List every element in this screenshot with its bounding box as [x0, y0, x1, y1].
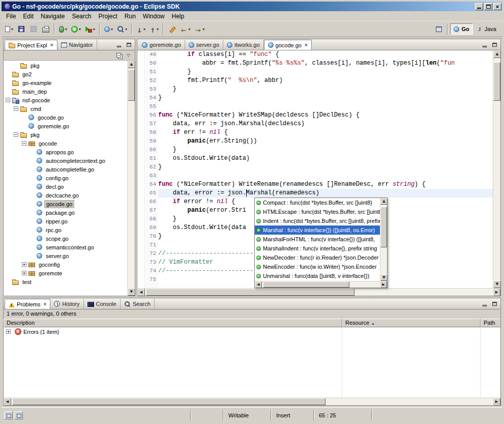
code-line-58[interactable]: if err != nil {	[158, 128, 493, 137]
completion-item[interactable]: MarshalIndent : func(v interface{}, pref…	[255, 244, 380, 253]
perspective-java[interactable]: Java	[473, 23, 500, 35]
tree-expander-icon[interactable]: −	[14, 106, 18, 111]
tab-itworks-go[interactable]: itworks.go	[223, 40, 264, 50]
scroll-left-icon[interactable]: ◀	[255, 281, 262, 288]
maximize-view-button[interactable]	[490, 300, 499, 307]
tree-item-goremote[interactable]: +goremote	[4, 269, 127, 277]
tree-item-pkg[interactable]: −pkg	[4, 130, 127, 139]
code-line-64[interactable]: func (*NiceFormatter) WriteRename(rename…	[158, 180, 493, 189]
view-menu-button[interactable]: ▽	[124, 51, 133, 59]
code-line-61[interactable]: os.Stdout.Write(data)	[158, 154, 493, 163]
completion-item[interactable]: Marshal : func(v interface{}) ([]uint8, …	[255, 225, 380, 235]
scrollbar-track[interactable]	[128, 68, 135, 288]
titlebar[interactable]: Go - nsf-gocode/src/pkg/gocode/gocode.go…	[2, 2, 502, 11]
column-header-resource[interactable]: Resource▲	[342, 319, 481, 327]
scroll-left-icon[interactable]: ◀	[137, 289, 145, 296]
new-go-element-button[interactable]: ▾	[102, 23, 115, 35]
minimize-view-button[interactable]	[114, 41, 123, 48]
close-tab-icon[interactable]: ×	[43, 302, 46, 307]
scroll-up-icon[interactable]: ▲	[128, 61, 135, 68]
scrollbar-track[interactable]	[145, 289, 493, 296]
save-button[interactable]	[15, 23, 27, 35]
code-line-49[interactable]: if classes[i] == "func" {	[158, 50, 493, 59]
completion-item[interactable]: Compact : func(dst *bytes.Buffer, src []…	[255, 198, 380, 207]
tree-expander-icon[interactable]: +	[22, 271, 26, 275]
scrollbar-thumb[interactable]	[380, 207, 387, 247]
problems-row[interactable]: +Errors (1 item)	[4, 327, 500, 336]
fast-view-icon[interactable]	[4, 411, 13, 419]
completion-item[interactable]: MarshalForHTML : func(v interface{}) ([]…	[255, 235, 380, 244]
code-line-63[interactable]	[158, 172, 493, 180]
completion-item[interactable]: HTMLEscape : func(dst *bytes.Buffer, src…	[255, 207, 380, 216]
scrollbar-track[interactable]	[493, 58, 500, 280]
scrollbar-track[interactable]	[262, 281, 380, 288]
completion-item[interactable]: NewEncoder : func(w io.Writer) *json.Enc…	[255, 262, 380, 271]
search-button[interactable]: ▾	[115, 23, 129, 35]
tree-item-ripper-go[interactable]: ripper.go	[4, 217, 127, 225]
completion-item[interactable]: NewDecoder : func(r io.Reader) *json.Dec…	[255, 253, 380, 262]
tree-item-test[interactable]: test	[4, 277, 127, 286]
editor-vertical-scrollbar[interactable]: ▲ ▼	[493, 50, 500, 288]
next-annotation-button[interactable]: ▾	[134, 23, 147, 35]
tree-item-decl-go[interactable]: decl.go	[4, 182, 127, 191]
popup-horizontal-scrollbar[interactable]: ◀ ▶	[255, 281, 387, 288]
menu-run[interactable]: Run	[121, 12, 139, 21]
tree-item-cmd[interactable]: −cmd	[4, 104, 127, 113]
code-line-53[interactable]: }	[158, 85, 493, 94]
line-number-ruler[interactable]: 4950515253545556575859606162636465666768…	[144, 50, 158, 288]
code-line-62[interactable]: }	[158, 163, 493, 172]
scroll-right-icon[interactable]: ▶	[493, 289, 500, 296]
debug-button[interactable]: ▾	[57, 23, 69, 35]
menu-edit[interactable]: Edit	[19, 12, 37, 21]
tree-item-main-dep[interactable]: main_dep	[4, 87, 127, 96]
close-tab-icon[interactable]: ×	[50, 43, 53, 48]
scrollbar-track[interactable]	[380, 205, 387, 274]
tree-item-scope-go[interactable]: scope.go	[4, 234, 127, 243]
tree-item-declcache-go[interactable]: declcache.go	[4, 191, 127, 200]
minimize-view-button[interactable]	[480, 300, 489, 307]
tab-gocode-go[interactable]: gocode.go×	[264, 40, 312, 50]
minimize-button[interactable]	[475, 3, 483, 10]
tree-expander-icon[interactable]: −	[14, 132, 18, 137]
tab-search[interactable]: Search	[121, 299, 155, 309]
tree-item-package-go[interactable]: package.go	[4, 208, 127, 217]
previous-annotation-button[interactable]: ▾	[147, 23, 161, 35]
scroll-down-icon[interactable]: ▼	[493, 280, 501, 288]
menu-file[interactable]: File	[3, 12, 19, 21]
tab-problems[interactable]: Problems×	[5, 299, 50, 309]
completion-item[interactable]: Unmarshal : func(data []uint8, v interfa…	[255, 271, 380, 280]
close-button[interactable]: ×	[493, 3, 501, 10]
tree-item-server-go[interactable]: server.go	[4, 251, 127, 260]
perspective-go[interactable]: Go	[450, 23, 472, 35]
tab-console[interactable]: Console	[84, 299, 121, 309]
tree-item-autocompletecontext-go[interactable]: autocompletecontext.go	[4, 156, 127, 165]
open-perspective-button[interactable]	[433, 23, 445, 35]
tree-item-gocode-go[interactable]: gocode.go	[4, 113, 127, 122]
scrollbar-thumb[interactable]	[12, 398, 325, 405]
tree-expander-icon[interactable]: +	[22, 262, 26, 267]
back-button[interactable]: ▾	[178, 23, 192, 35]
column-header-path[interactable]: Path	[481, 319, 500, 327]
maximize-button[interactable]	[484, 3, 492, 10]
maximize-view-button[interactable]	[125, 41, 133, 48]
code-line-57[interactable]: data, err := json.Marshal(decldescs)	[158, 120, 493, 128]
tree-expander-icon[interactable]: −	[6, 98, 10, 102]
scroll-up-icon[interactable]: ▲	[493, 50, 501, 58]
code-line-50[interactable]: abbr = fmt.Sprintf("%s %s%s", classes[i]…	[158, 59, 493, 68]
column-header-description[interactable]: Description	[4, 319, 342, 327]
scrollbar-thumb[interactable]	[263, 281, 349, 288]
scroll-left-icon[interactable]: ◀	[4, 398, 11, 406]
code-line-56[interactable]: func (*NiceFormatter) WriteSMap(decldesc…	[158, 111, 493, 120]
problems-horizontal-scrollbar[interactable]: ◀ ▶	[4, 398, 500, 405]
scrollbar-thumb[interactable]	[146, 289, 354, 296]
new-button[interactable]: ▾	[3, 23, 15, 35]
tab-goremote-go[interactable]: goremote.go	[138, 40, 185, 50]
code-line-55[interactable]	[158, 102, 493, 111]
menu-navigate[interactable]: Navigate	[37, 12, 68, 21]
last-edit-location-button[interactable]	[166, 23, 178, 35]
code-line-51[interactable]: }	[158, 68, 493, 76]
tree-item-semanticcontext-go[interactable]: semanticcontext.go	[4, 243, 127, 251]
tab-navigator[interactable]: Navigator	[57, 40, 97, 50]
run-external-tools-button[interactable]: ▾	[83, 23, 97, 35]
code-line-52[interactable]: fmt.Printf(" %s\n", abbr)	[158, 76, 493, 85]
